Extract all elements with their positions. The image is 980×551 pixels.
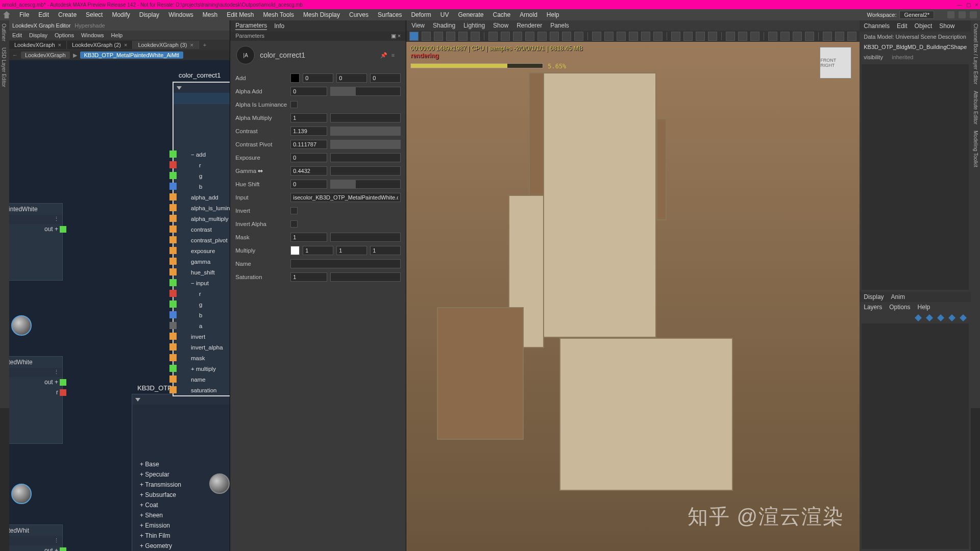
param-field[interactable] — [336, 73, 367, 83]
pin-icon[interactable]: 📌 — [380, 52, 387, 59]
graph-canvas[interactable]: olor_KB3D_OTP_MetalPaintedWhite ⋮ out + … — [9, 60, 230, 551]
node-input-row[interactable]: + multiply — [174, 363, 230, 374]
node-input-row[interactable]: name — [174, 374, 230, 385]
toolbar-icon[interactable] — [574, 32, 583, 41]
input-port-icon[interactable] — [169, 204, 177, 211]
exposure-icon[interactable] — [823, 32, 832, 41]
toolbar-icon[interactable] — [805, 32, 814, 41]
cb-tab-show[interactable]: Show — [939, 22, 954, 30]
param-field[interactable] — [290, 87, 327, 96]
param-field[interactable] — [290, 113, 327, 122]
input-port-icon[interactable] — [169, 258, 177, 265]
param-slider[interactable] — [330, 180, 401, 189]
param-slider[interactable] — [330, 127, 401, 136]
layer-icon[interactable] — [937, 314, 944, 321]
collapse-icon[interactable] — [177, 86, 182, 90]
menu-file[interactable]: File — [19, 11, 29, 18]
layer-icon[interactable] — [915, 314, 922, 321]
layout-icon[interactable] — [970, 11, 977, 18]
param-slider[interactable] — [330, 272, 401, 282]
param-field[interactable] — [290, 166, 327, 176]
node-input-row[interactable]: alpha_add — [174, 192, 230, 203]
layer-tab-display[interactable]: Display — [864, 293, 884, 300]
checkbox[interactable] — [290, 207, 298, 214]
param-field[interactable] — [290, 140, 327, 149]
graph-menu-windows[interactable]: Windows — [81, 32, 104, 38]
node-t1[interactable]: t1_KB3D_OTP_MetalPaintedWhite ⋮ out + r … — [9, 356, 63, 444]
node-input-row[interactable]: invert — [174, 331, 230, 342]
visibility-value[interactable]: inherited — [892, 54, 913, 60]
wireframe-icon[interactable] — [592, 32, 601, 41]
tab-parameters[interactable]: Parameters — [235, 22, 267, 30]
toolbar-icon[interactable] — [458, 32, 468, 41]
param-slider[interactable] — [330, 113, 401, 122]
breadcrumb-current[interactable]: KB3D_OTP_MetalPaintedWhite_AiMtl — [80, 52, 183, 59]
vp-menu-panels[interactable]: Panels — [550, 22, 569, 29]
toolbar-icon[interactable] — [501, 32, 510, 41]
graph-menu-options[interactable]: Options — [55, 32, 74, 38]
param-slider[interactable] — [330, 166, 401, 176]
breadcrumb-root[interactable]: LookdevXGraph — [21, 52, 70, 59]
shader-ball-2[interactable] — [11, 484, 32, 504]
menu-arnold[interactable]: Arnold — [520, 11, 537, 18]
input-port-icon[interactable] — [169, 151, 177, 158]
param-slider[interactable] — [330, 87, 401, 96]
node-input-row[interactable]: b — [174, 181, 230, 192]
param-slider[interactable] — [330, 233, 401, 242]
input-port-icon[interactable] — [169, 365, 177, 372]
param-field[interactable] — [290, 180, 327, 189]
toolbar-icon[interactable] — [525, 32, 534, 41]
output-port-icon[interactable] — [60, 379, 66, 386]
popout-icon[interactable]: ▣ × — [391, 33, 401, 40]
collapse-icon[interactable] — [135, 398, 140, 402]
node-input-row[interactable]: b — [174, 310, 230, 320]
attribute-editor-tab[interactable]: Attribute Editor — [973, 88, 978, 128]
param-field[interactable] — [336, 246, 367, 255]
layer-menu-help[interactable]: Help — [918, 304, 930, 311]
back-button[interactable]: ← — [12, 52, 18, 58]
arnold-renderview-icon[interactable] — [409, 32, 419, 41]
input-port-icon[interactable] — [169, 226, 177, 233]
input-port-icon[interactable] — [169, 322, 177, 329]
menu-curves[interactable]: Curves — [349, 11, 369, 18]
input-port-icon[interactable] — [169, 247, 177, 254]
input-port-icon[interactable] — [169, 215, 177, 222]
signin-icon[interactable] — [947, 11, 954, 18]
input-port-icon[interactable] — [169, 183, 177, 190]
input-port-icon[interactable] — [169, 333, 177, 340]
minimize-button[interactable]: — — [957, 2, 962, 8]
node-out-port[interactable]: out + — [9, 224, 62, 234]
menu-uv[interactable]: UV — [440, 11, 449, 18]
color-swatch[interactable] — [290, 73, 300, 83]
out-r[interactable]: r — [174, 104, 230, 115]
node-input-row[interactable]: alpha_multiply — [174, 213, 230, 224]
node-input-row[interactable]: mask — [174, 353, 230, 363]
toolbar-icon[interactable] — [653, 32, 663, 41]
graph-menu-display[interactable]: Display — [29, 32, 47, 38]
menu-icon[interactable]: ≡ — [391, 52, 395, 59]
out-b[interactable]: b — [174, 127, 230, 138]
toolbar-icon[interactable] — [780, 32, 790, 41]
vp-menu-view[interactable]: View — [411, 22, 425, 29]
toolbar-icon[interactable] — [793, 32, 802, 41]
menu-deform[interactable]: Deform — [411, 11, 431, 18]
param-field[interactable] — [290, 272, 327, 282]
checkbox[interactable] — [290, 220, 298, 228]
menu-display[interactable]: Display — [139, 11, 159, 18]
input-port-icon[interactable] — [169, 311, 177, 318]
input-port-icon[interactable] — [169, 354, 177, 361]
node-input-row[interactable]: g — [174, 299, 230, 310]
section-sheen[interactable]: Sheen — [137, 510, 184, 520]
toolbar-icon[interactable] — [683, 32, 693, 41]
param-field[interactable] — [303, 246, 333, 255]
menu-mesh[interactable]: Mesh — [203, 11, 217, 18]
out-g[interactable]: g — [174, 115, 230, 127]
node-out-port[interactable]: out + — [9, 545, 62, 551]
usd-layer-editor-tab[interactable]: USD Layer Editor — [0, 44, 8, 90]
cb-tab-edit[interactable]: Edit — [897, 22, 908, 30]
node-basecolor[interactable]: olor_KB3D_OTP_MetalPaintedWhite ⋮ out + … — [9, 203, 63, 281]
input-port-icon[interactable] — [169, 172, 177, 179]
xray-icon[interactable] — [726, 32, 735, 41]
menu-windows[interactable]: Windows — [168, 11, 193, 18]
param-field[interactable] — [370, 246, 401, 255]
